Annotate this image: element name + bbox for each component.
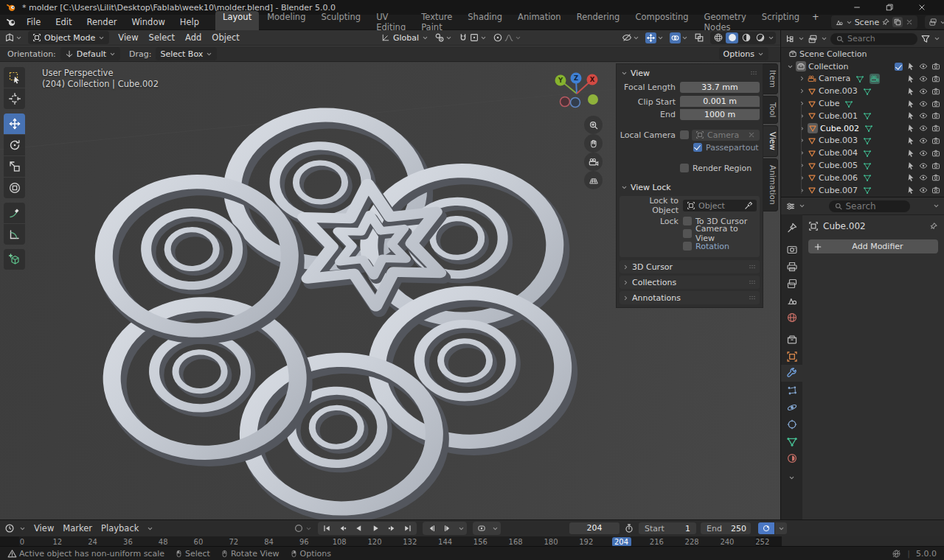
- tab-modifiers[interactable]: [781, 365, 802, 382]
- camera-to-view-checkbox[interactable]: [683, 229, 692, 238]
- show-overlays-toggle[interactable]: [670, 32, 688, 43]
- viewport-canvas[interactable]: User Perspective (204) Collection | Cube…: [0, 63, 780, 519]
- pivot-point-button[interactable]: [434, 32, 452, 43]
- render-camera-icon[interactable]: [931, 62, 940, 71]
- chevron-down-icon[interactable]: [934, 35, 940, 42]
- tab-constraints[interactable]: [781, 416, 802, 433]
- collapsed-panel-header[interactable]: Annotations: [620, 291, 760, 304]
- selectable-icon[interactable]: [906, 186, 915, 195]
- eye-icon[interactable]: [919, 62, 928, 71]
- render-camera-icon[interactable]: [931, 74, 940, 83]
- close-button[interactable]: [906, 0, 938, 15]
- local-camera-field[interactable]: Camera: [692, 130, 760, 141]
- viewport-menu-item[interactable]: View: [115, 32, 141, 43]
- prev-keyframe-button[interactable]: [335, 522, 351, 534]
- shading-wireframe-button[interactable]: [712, 32, 724, 43]
- chevron-right-icon[interactable]: [799, 75, 805, 82]
- outliner-row[interactable]: Cube.003: [781, 135, 944, 147]
- snapping-toggle[interactable]: [458, 32, 487, 43]
- tool-annotate[interactable]: [4, 203, 25, 223]
- navigation-gizmo[interactable]: Y Z X: [550, 71, 606, 114]
- tab-output[interactable]: [781, 258, 802, 275]
- collapsed-panel-header[interactable]: Collections: [620, 276, 760, 289]
- tool-measure[interactable]: [4, 224, 25, 245]
- sync-dropdown[interactable]: [775, 522, 787, 534]
- selectable-icon[interactable]: [906, 62, 915, 71]
- chevron-right-icon[interactable]: [799, 125, 805, 132]
- render-camera-icon[interactable]: [931, 149, 940, 158]
- chevron-right-icon[interactable]: [799, 137, 805, 144]
- menu-item[interactable]: Help: [174, 16, 205, 28]
- passepartout-checkbox[interactable]: [693, 143, 702, 152]
- keying-set-button[interactable]: [473, 522, 490, 534]
- tab-view-layer[interactable]: [781, 275, 802, 292]
- chevron-down-icon[interactable]: [798, 35, 805, 42]
- view-panel-header[interactable]: View: [620, 66, 760, 80]
- network-offline-icon[interactable]: [892, 549, 901, 559]
- transform-orientation[interactable]: Global: [381, 33, 428, 43]
- frame-ruler[interactable]: 0122436486072849610812013214415616818019…: [0, 536, 782, 547]
- selectable-icon[interactable]: [906, 173, 915, 182]
- proportional-edit-toggle[interactable]: [493, 32, 521, 43]
- eye-icon[interactable]: [919, 186, 928, 195]
- chevron-right-icon[interactable]: [799, 175, 805, 181]
- timeline-menu-item[interactable]: View: [30, 523, 58, 533]
- sidebar-tab[interactable]: Item: [763, 63, 778, 94]
- chevron-down-icon[interactable]: [19, 525, 26, 532]
- outliner-row[interactable]: Cube.001: [781, 110, 944, 122]
- lock-object-field[interactable]: Object: [683, 200, 757, 211]
- tabs-overflow[interactable]: [781, 469, 802, 486]
- render-camera-icon[interactable]: [931, 87, 940, 96]
- editor-type-button[interactable]: [4, 32, 22, 43]
- eye-icon[interactable]: [919, 124, 928, 133]
- properties-editor-icon[interactable]: [785, 201, 796, 211]
- collection-checkbox[interactable]: [895, 63, 903, 71]
- blender-menu-icon[interactable]: [6, 17, 16, 27]
- add-modifier-button[interactable]: Add Modifier: [808, 239, 938, 253]
- chevron-down-icon[interactable]: [799, 203, 805, 209]
- outliner-row[interactable]: Cube.002: [781, 122, 944, 135]
- show-gizmo-toggle[interactable]: [645, 32, 664, 43]
- eye-icon[interactable]: [919, 111, 928, 120]
- tab-material[interactable]: [781, 449, 802, 466]
- zoom-button[interactable]: [584, 116, 603, 134]
- render-camera-icon[interactable]: [931, 186, 940, 195]
- mode-selector[interactable]: Object Mode: [28, 31, 109, 44]
- tab-particles[interactable]: [781, 382, 802, 399]
- outliner-editor-icon[interactable]: [785, 34, 795, 44]
- tab-object-data[interactable]: [781, 433, 802, 449]
- start-frame-field[interactable]: Start1: [639, 522, 696, 534]
- view-lock-panel-header[interactable]: View Lock: [620, 180, 760, 195]
- timeline-menu-item[interactable]: Marker: [59, 523, 96, 533]
- minimize-button[interactable]: [841, 0, 873, 15]
- selectable-icon[interactable]: [906, 149, 915, 158]
- outliner-row[interactable]: Cube.006: [781, 172, 944, 184]
- grip-icon[interactable]: [748, 278, 757, 287]
- shading-rendered-button[interactable]: [754, 32, 766, 43]
- render-camera-icon[interactable]: [931, 124, 940, 133]
- clip-start-field[interactable]: 0.001 m: [680, 96, 760, 107]
- render-camera-icon[interactable]: [931, 136, 940, 145]
- prev-frame-button[interactable]: [423, 522, 440, 534]
- clip-end-field[interactable]: 1000 m: [680, 109, 760, 120]
- sidebar-tab[interactable]: View: [763, 125, 778, 157]
- chevron-right-icon[interactable]: [799, 150, 805, 156]
- tab-render[interactable]: [781, 241, 802, 258]
- pin-icon[interactable]: [881, 18, 890, 27]
- chevron-right-icon[interactable]: [799, 100, 805, 107]
- selectable-icon[interactable]: [906, 136, 915, 145]
- close-icon[interactable]: [747, 130, 756, 139]
- tool-3d-cursor[interactable]: [4, 88, 25, 109]
- outliner-row-collection[interactable]: Collection: [781, 60, 944, 73]
- outliner-search[interactable]: Search: [830, 33, 917, 45]
- eye-icon[interactable]: [919, 99, 928, 108]
- options-dropdown[interactable]: Options: [719, 47, 768, 60]
- render-region-checkbox[interactable]: [680, 164, 689, 172]
- sidebar-tab[interactable]: Tool: [763, 96, 778, 124]
- jump-to-end-button[interactable]: [400, 522, 416, 534]
- selectable-icon[interactable]: [906, 124, 915, 133]
- camera-view-button[interactable]: [584, 153, 603, 171]
- tool-transform[interactable]: [4, 178, 25, 198]
- close-icon[interactable]: [905, 18, 914, 27]
- tool-select-box[interactable]: [4, 67, 25, 88]
